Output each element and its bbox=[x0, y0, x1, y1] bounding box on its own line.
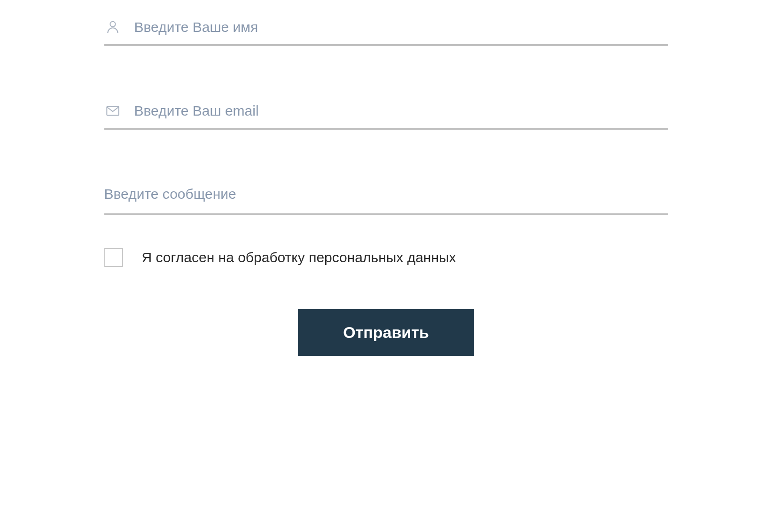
consent-checkbox[interactable] bbox=[104, 248, 123, 267]
contact-form: Я согласен на обработку персональных дан… bbox=[104, 19, 668, 356]
consent-label[interactable]: Я согласен на обработку персональных дан… bbox=[142, 250, 456, 266]
email-field-wrapper bbox=[104, 102, 668, 130]
name-field-wrapper bbox=[104, 19, 668, 46]
submit-button[interactable]: Отправить bbox=[298, 309, 474, 356]
message-field-wrapper bbox=[104, 186, 668, 215]
consent-row: Я согласен на обработку персональных дан… bbox=[104, 248, 668, 267]
svg-point-0 bbox=[110, 22, 115, 27]
message-input[interactable] bbox=[104, 186, 668, 205]
name-input[interactable] bbox=[134, 19, 668, 35]
user-icon bbox=[104, 19, 121, 36]
submit-row: Отправить bbox=[104, 309, 668, 356]
envelope-icon bbox=[104, 102, 121, 119]
email-input[interactable] bbox=[134, 103, 668, 119]
